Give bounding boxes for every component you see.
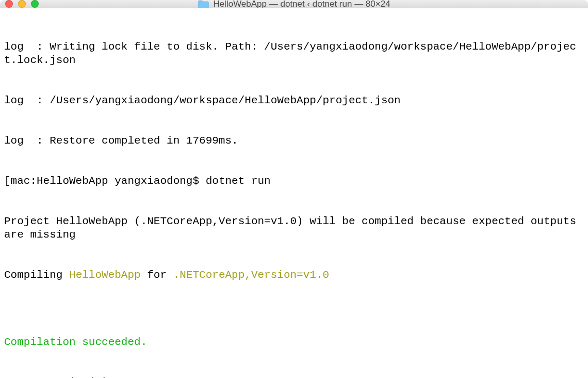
output-line: Project HelloWebApp (.NETCoreApp,Version… (4, 215, 584, 242)
maximize-icon[interactable] (31, 0, 39, 8)
folder-icon (198, 0, 209, 9)
warnings-line: 0 Warning(s) (4, 376, 584, 378)
close-icon[interactable] (5, 0, 13, 8)
log-line: log : Restore completed in 17699ms. (4, 134, 584, 148)
terminal-body[interactable]: log : Writing lock file to disk. Path: /… (0, 8, 588, 378)
success-line: Compilation succeeded. (4, 336, 584, 349)
framework-name: .NETCoreApp,Version=v1.0 (173, 269, 329, 281)
terminal-window: HelloWebApp — dotnet ‹ dotnet run — 80×2… (0, 0, 588, 378)
command-text: dotnet run (206, 175, 271, 187)
minimize-icon[interactable] (18, 0, 26, 8)
prompt-line: [mac:HelloWebApp yangxiaodong$ dotnet ru… (4, 175, 584, 188)
window-title-text: HelloWebApp — dotnet ‹ dotnet run — 80×2… (213, 0, 390, 9)
window-title: HelloWebApp — dotnet ‹ dotnet run — 80×2… (198, 0, 390, 9)
log-line: log : /Users/yangxiaodong/workspace/Hell… (4, 94, 584, 107)
project-name: HelloWebApp (69, 269, 141, 281)
titlebar: HelloWebApp — dotnet ‹ dotnet run — 80×2… (0, 0, 588, 8)
prompt: [mac:HelloWebApp yangxiaodong$ (4, 175, 206, 187)
log-line: log : Writing lock file to disk. Path: /… (4, 40, 584, 67)
compiling-line: Compiling HelloWebApp for .NETCoreApp,Ve… (4, 269, 584, 282)
traffic-lights (5, 0, 39, 8)
